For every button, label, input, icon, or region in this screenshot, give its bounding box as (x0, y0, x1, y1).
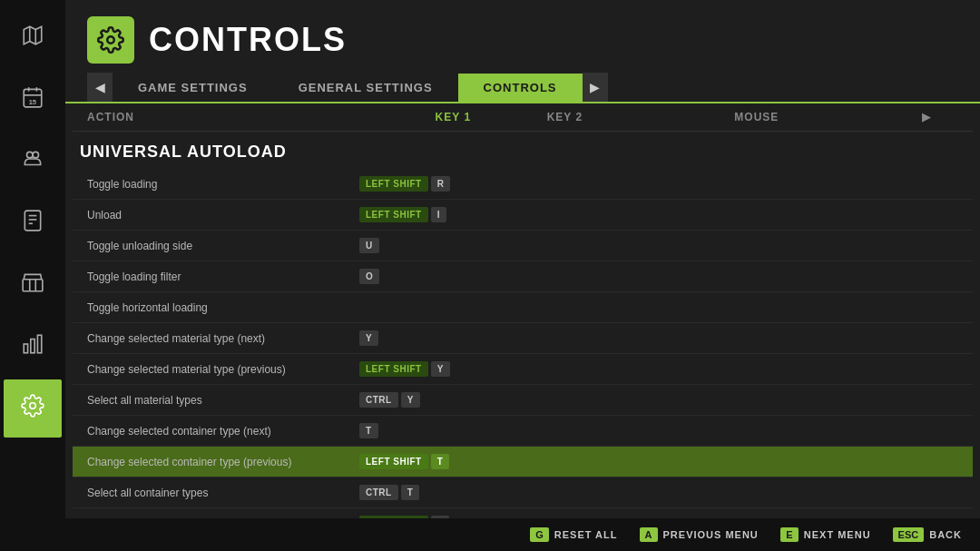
key-badge[interactable]: Y (401, 392, 420, 408)
svg-rect-13 (23, 280, 43, 291)
action-name: Select all material types (87, 394, 359, 407)
key1-cell: LEFT SHIFTT (359, 454, 547, 469)
svg-point-8 (33, 152, 39, 158)
next-menu-button[interactable]: E NEXT MENU (769, 518, 882, 551)
action-name: Change selected container type (next) (87, 425, 359, 438)
contracts-icon (21, 209, 44, 238)
key-badge[interactable]: T (401, 485, 420, 500)
key1-cell: Y (359, 330, 547, 346)
tab-general-settings[interactable]: GENERAL SETTINGS (273, 74, 458, 102)
col-mouse: MOUSE (734, 111, 922, 123)
action-name: Toggle unloading side (87, 240, 359, 252)
shop-icon (21, 271, 44, 300)
key-badge[interactable]: I (431, 207, 446, 222)
key1-cell: LEFT SHIFTY (359, 361, 547, 377)
table-row[interactable]: Toggle loading filterO (73, 261, 973, 292)
key-badge[interactable]: T (359, 423, 378, 438)
action-name: Change selected container type (previous… (87, 456, 359, 468)
col-action: ACTION (87, 111, 359, 123)
key-badge[interactable]: LEFT SHIFT (359, 454, 428, 469)
sidebar-item-map[interactable] (4, 9, 62, 67)
table-row[interactable]: Select all container typesCTRLT (73, 477, 973, 508)
next-label: NEXT MENU (804, 529, 871, 540)
table-row[interactable]: Change selected material type (next)Y (73, 323, 973, 354)
main-content: CONTROLS ◀ GAME SETTINGS GENERAL SETTING… (65, 0, 980, 551)
reset-all-button[interactable]: G RESET ALL (519, 518, 628, 551)
sidebar-item-animals[interactable] (4, 133, 62, 191)
action-name: Select all container types (87, 487, 359, 499)
col-play: ▶ (922, 111, 958, 123)
section-title: UNIVERSAL AUTOLOAD (65, 132, 980, 169)
header: CONTROLS (65, 0, 980, 73)
key1-cell: CTRLT (359, 485, 547, 500)
svg-rect-17 (31, 339, 34, 353)
prev-key: A (640, 527, 658, 542)
svg-point-7 (27, 152, 34, 158)
svg-point-20 (107, 36, 114, 44)
action-name: Unload (87, 209, 359, 221)
key-badge[interactable]: O (359, 269, 379, 284)
prev-label: PREVIOUS MENU (663, 529, 759, 540)
table-row[interactable]: Select all material typesCTRLY (73, 385, 973, 416)
col-key1: KEY 1 (359, 111, 547, 123)
sidebar-item-calendar[interactable]: 15 (4, 71, 62, 129)
reset-key: G (530, 527, 549, 542)
back-label: BACK (929, 529, 962, 540)
action-name: Toggle loading filter (87, 271, 359, 283)
key-badge[interactable]: CTRL (359, 485, 398, 500)
calendar-icon: 15 (21, 85, 44, 114)
table-row[interactable]: Change selected container type (next)T (73, 416, 973, 447)
sidebar-item-contracts[interactable] (4, 194, 62, 252)
action-name: Toggle loading (87, 178, 359, 191)
key-badge[interactable]: LEFT SHIFT (359, 361, 428, 377)
sidebar: 15 (0, 0, 65, 551)
tab-prev-button[interactable]: ◀ (87, 73, 113, 102)
stats-icon (21, 332, 44, 361)
tab-game-settings[interactable]: GAME SETTINGS (113, 74, 273, 102)
footer: G RESET ALL A PREVIOUS MENU E NEXT MENU … (65, 518, 980, 551)
key-badge[interactable]: LEFT SHIFT (359, 176, 428, 192)
key-badge[interactable]: U (359, 238, 379, 253)
sidebar-item-stats[interactable] (4, 318, 62, 376)
table-row[interactable]: Toggle unloading sideU (73, 231, 973, 261)
key-badge[interactable]: Y (431, 361, 450, 377)
animals-icon (21, 147, 44, 176)
sidebar-item-shop[interactable] (4, 256, 62, 314)
svg-rect-9 (24, 211, 40, 231)
column-headers: ACTION KEY 1 KEY 2 MOUSE ▶ (73, 103, 973, 132)
svg-text:15: 15 (29, 98, 36, 106)
tab-next-button[interactable]: ▶ (583, 73, 608, 102)
header-icon-box (87, 16, 134, 64)
key1-cell: CTRLY (359, 392, 547, 408)
svg-rect-16 (24, 344, 27, 353)
page-title: CONTROLS (149, 21, 347, 59)
key1-cell: T (359, 423, 547, 438)
key1-cell: O (359, 269, 547, 284)
controls-sidebar-icon (21, 394, 44, 423)
key-badge[interactable]: CTRL (359, 392, 398, 408)
table-row[interactable]: Fasten/Unfasten tension beltsLEFT SHIFTL (73, 508, 973, 518)
prev-menu-button[interactable]: A PREVIOUS MENU (629, 518, 769, 551)
table-row[interactable]: Change selected material type (previous)… (73, 354, 973, 385)
action-name: Change selected material type (previous) (87, 363, 359, 376)
key1-cell: U (359, 238, 547, 253)
map-icon (21, 24, 44, 53)
key-badge[interactable]: LEFT SHIFT (359, 207, 428, 222)
table-row[interactable]: Toggle loadingLEFT SHIFTR (73, 169, 973, 200)
next-key: E (780, 527, 799, 542)
table-row[interactable]: Toggle horizontal loading (73, 292, 973, 323)
action-name: Change selected material type (next) (87, 332, 359, 345)
table-row[interactable]: UnloadLEFT SHIFTI (73, 200, 973, 231)
key-badge[interactable]: R (431, 176, 451, 192)
col-key2: KEY 2 (547, 111, 735, 123)
key-badge[interactable]: Y (359, 330, 378, 346)
controls-table: Toggle loadingLEFT SHIFTRUnloadLEFT SHIF… (73, 169, 973, 518)
tab-controls[interactable]: CONTROLS (458, 74, 583, 102)
back-key: ESC (893, 527, 925, 542)
key-badge[interactable]: T (431, 454, 450, 469)
sidebar-item-controls[interactable] (4, 379, 62, 438)
table-row[interactable]: Change selected container type (previous… (73, 447, 973, 477)
reset-label: RESET ALL (554, 529, 618, 540)
back-button[interactable]: ESC BACK (882, 518, 973, 551)
svg-rect-18 (37, 335, 41, 353)
